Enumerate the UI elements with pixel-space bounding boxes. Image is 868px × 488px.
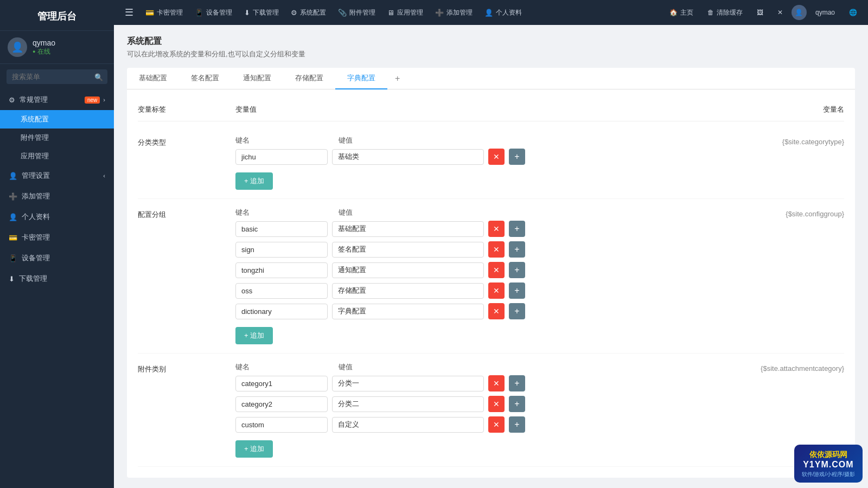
topbar-profilemgr[interactable]: 👤个人资料 xyxy=(479,5,527,20)
kv-key-oss[interactable] xyxy=(235,283,328,299)
topbar-home[interactable]: 🏠主页 xyxy=(664,5,699,20)
sysconfig-label: 系统配置 xyxy=(21,115,49,123)
kv-row-oss: ✕ + xyxy=(235,282,725,299)
adminset-label: 管理设置 xyxy=(22,171,50,181)
chevron-icon2: ‹ xyxy=(103,172,105,179)
kv-val-category1[interactable] xyxy=(332,376,484,391)
delete-jichu-button[interactable]: ✕ xyxy=(488,149,505,165)
kv-val-tongzhi[interactable] xyxy=(332,262,484,278)
kv-key-category2[interactable] xyxy=(235,396,328,412)
header-var-label: 变量标签 xyxy=(138,105,235,114)
main-area: ☰ 💳卡密管理 📱设备管理 ⬇下载管理 ⚙系统配置 📎附件管理 🖥应用管理 ➕添… xyxy=(114,0,868,488)
sidebar-item-cardmanage[interactable]: 💳卡密管理 xyxy=(0,227,114,248)
addrow-custom-button[interactable]: + xyxy=(509,416,525,433)
page-desc: 可以在此增改系统的变量和分组,也可以自定义分组和变量 xyxy=(127,49,855,59)
topbar-close[interactable]: ✕ xyxy=(772,6,788,19)
sidebar-item-addmanage[interactable]: ➕添加管理 xyxy=(0,186,114,207)
append-categorytype-button[interactable]: + 追加 xyxy=(235,172,273,190)
topbar-device-icon: 📱 xyxy=(195,9,203,17)
topbar-attachmgr[interactable]: 📎附件管理 xyxy=(333,5,381,20)
avatar: 👤 xyxy=(8,37,27,57)
sidebar-item-general[interactable]: ⚙常规管理 new› xyxy=(0,89,114,110)
sidebar-item-sysconfig[interactable]: 系统配置 xyxy=(0,110,114,129)
topbar-devicemgr[interactable]: 📱设备管理 xyxy=(189,5,238,20)
topbar-clearcache[interactable]: 🗑清除缓存 xyxy=(702,5,748,20)
sidebar-item-dlmanage[interactable]: ⬇下载管理 xyxy=(0,268,114,289)
append-attachmentcategory-button[interactable]: + 追加 xyxy=(235,440,273,458)
section-attachmentcategory: 附件类别 键名 键值 ✕ + ✕ xyxy=(138,354,844,467)
kv-key-dictionary[interactable] xyxy=(235,304,328,319)
kv-val-custom[interactable] xyxy=(332,417,484,433)
kv-val-oss[interactable] xyxy=(332,283,484,299)
tab-sign[interactable]: 签名配置 xyxy=(179,68,231,89)
sidebar-item-attachment[interactable]: 附件管理 xyxy=(0,129,114,147)
topbar-dlmgr[interactable]: ⬇下载管理 xyxy=(239,5,284,20)
topbar-addmgr[interactable]: ➕添加管理 xyxy=(430,5,478,20)
addrow-dictionary-button[interactable]: + xyxy=(509,303,525,319)
section-categorytype: 分类类型 键名 键值 ✕ + + 追加 {$site.categorytype} xyxy=(138,127,844,199)
topbar-lang[interactable]: 🌐 xyxy=(844,6,863,19)
trash-icon: 🗑 xyxy=(707,9,714,16)
header-var-name: 变量名 xyxy=(725,105,844,114)
sidebar-item-label: 常规管理 xyxy=(20,95,48,105)
delete-custom-button[interactable]: ✕ xyxy=(488,416,505,433)
kv-key-tongzhi[interactable] xyxy=(235,262,328,278)
kv-key-category1[interactable] xyxy=(235,376,328,391)
addrow-oss-button[interactable]: + xyxy=(509,282,525,299)
hamburger-icon[interactable]: ☰ xyxy=(119,7,139,18)
sidebar-item-adminset[interactable]: 👤管理设置 ‹ xyxy=(0,165,114,186)
sidebar-user: 👤 qymao 在线 xyxy=(0,31,114,64)
delete-sign-button[interactable]: ✕ xyxy=(488,241,505,258)
append-configgroup-button[interactable]: + 追加 xyxy=(235,327,273,344)
delete-category1-button[interactable]: ✕ xyxy=(488,375,505,391)
tab-dict[interactable]: 字典配置 xyxy=(335,68,387,89)
topbar-right: 🏠主页 🗑清除缓存 🖼 ✕ 👤 qymao 🌐 xyxy=(664,5,863,20)
section-categorytype-body: 键名 键值 ✕ + + 追加 xyxy=(235,136,725,190)
sidebar-username: qymao xyxy=(33,38,55,47)
kv-key-custom[interactable] xyxy=(235,417,328,433)
profile-label: 个人资料 xyxy=(22,212,50,222)
addrow-jichu-button[interactable]: + xyxy=(509,149,525,165)
config-table-header: 变量标签 变量值 变量名 xyxy=(138,100,844,121)
tab-notify[interactable]: 通知配置 xyxy=(231,68,283,89)
topbar-app-icon: 🖥 xyxy=(387,9,394,17)
addrow-basic-button[interactable]: + xyxy=(509,221,525,237)
sidebar-item-profile[interactable]: 👤个人资料 xyxy=(0,207,114,227)
kv-key-sign[interactable] xyxy=(235,242,328,258)
delete-basic-button[interactable]: ✕ xyxy=(488,221,505,237)
addrow-tongzhi-button[interactable]: + xyxy=(509,262,525,278)
kv-val-jichu[interactable] xyxy=(332,149,484,165)
topbar-attach-icon: 📎 xyxy=(338,9,347,17)
topbar-card-icon: 💳 xyxy=(145,9,154,17)
topbar-syscfg[interactable]: ⚙系统配置 xyxy=(285,5,331,20)
addrow-category1-button[interactable]: + xyxy=(509,375,525,391)
cardmanage-label: 卡密管理 xyxy=(22,233,50,242)
kv-key-basic[interactable] xyxy=(235,221,328,237)
section-categorytype-varname: {$site.categorytype} xyxy=(725,136,844,146)
kv-val-basic[interactable] xyxy=(332,221,484,237)
tab-add-button[interactable]: + xyxy=(387,69,407,88)
topbar-img[interactable]: 🖼 xyxy=(751,6,769,19)
tab-storage[interactable]: 存储配置 xyxy=(283,68,335,89)
kv-val-sign[interactable] xyxy=(332,242,484,258)
addrow-category2-button[interactable]: + xyxy=(509,396,525,412)
kv-header-2: 键名 键值 xyxy=(235,208,725,221)
delete-category2-button[interactable]: ✕ xyxy=(488,396,505,412)
kv-row-dictionary: ✕ + xyxy=(235,303,725,319)
kv-key-header-1: 键名 xyxy=(235,136,333,145)
lang-icon: 🌐 xyxy=(849,9,857,16)
addrow-sign-button[interactable]: + xyxy=(509,241,525,258)
kv-val-category2[interactable] xyxy=(332,396,484,412)
search-input[interactable] xyxy=(7,69,107,84)
delete-oss-button[interactable]: ✕ xyxy=(488,282,505,299)
sidebar-item-devicemanage[interactable]: 📱设备管理 xyxy=(0,248,114,268)
kv-key-jichu[interactable] xyxy=(235,149,328,165)
tab-basic[interactable]: 基础配置 xyxy=(127,68,179,89)
topbar-cardmgr[interactable]: 💳卡密管理 xyxy=(140,5,188,20)
topbar-appmgr[interactable]: 🖥应用管理 xyxy=(382,5,429,20)
delete-dictionary-button[interactable]: ✕ xyxy=(488,303,505,319)
kv-val-dictionary[interactable] xyxy=(332,304,484,319)
kv-val-header-2: 键值 xyxy=(339,208,725,217)
delete-tongzhi-button[interactable]: ✕ xyxy=(488,262,505,278)
sidebar-item-appmanage[interactable]: 应用管理 xyxy=(0,147,114,165)
